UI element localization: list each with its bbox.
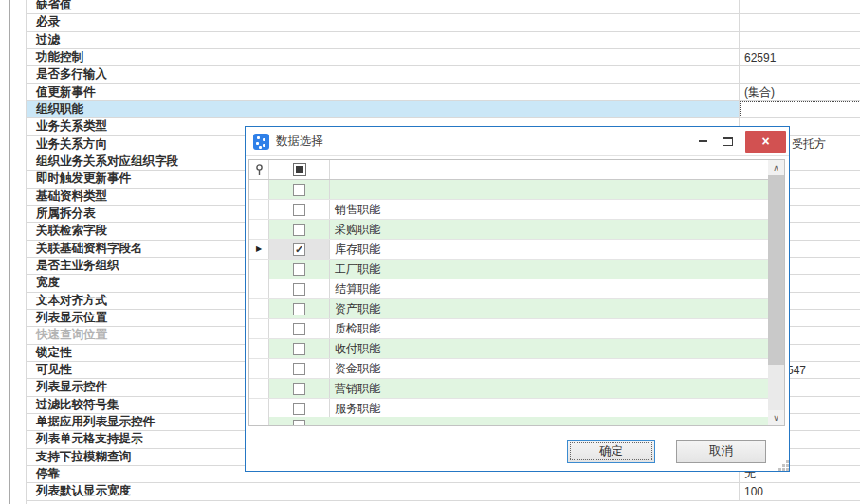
row-checkbox-cell[interactable] — [269, 319, 330, 338]
property-row[interactable]: 列表默认显示宽度 100 — [27, 483, 860, 500]
dialog-list-row[interactable]: 资产职能 — [249, 299, 768, 319]
row-indicator-cell — [249, 220, 269, 239]
row-indicator-cell — [249, 379, 269, 398]
row-checkbox-cell[interactable] — [269, 339, 330, 358]
row-checkbox[interactable] — [293, 403, 305, 415]
property-label: 功能控制 — [27, 49, 740, 65]
row-label: 营销职能 — [330, 379, 768, 398]
minimize-icon — [699, 140, 707, 142]
data-selection-dialog: 数据选择 × — [245, 126, 790, 472]
row-label: 服务职能 — [330, 399, 768, 418]
select-all-header-cell[interactable] — [269, 160, 330, 179]
property-row[interactable]: 过滤 — [27, 32, 860, 49]
property-value[interactable] — [740, 101, 860, 117]
row-checkbox-cell[interactable] — [269, 279, 330, 298]
dialog-title: 数据选择 — [276, 134, 323, 150]
row-indicator — [249, 417, 269, 425]
row-checkbox-cell[interactable] — [269, 379, 330, 398]
property-value[interactable]: 62591 — [740, 49, 860, 65]
close-button[interactable]: × — [745, 131, 786, 153]
dialog-list-row[interactable]: 质检职能 — [249, 319, 768, 339]
cancel-button[interactable]: 取消 — [676, 440, 766, 463]
dialog-list-row[interactable]: 服务职能 — [249, 399, 768, 419]
row-label: 结算职能 — [330, 279, 768, 298]
property-row[interactable]: 必录 — [27, 14, 860, 31]
row-indicator-cell: ▶ — [249, 240, 269, 259]
select-all-checkbox[interactable] — [293, 163, 306, 176]
dialog-titlebar[interactable]: 数据选择 × — [246, 127, 789, 156]
row-checkbox[interactable] — [293, 343, 305, 355]
row-checkbox-cell[interactable] — [269, 299, 330, 318]
row-checkbox-cell[interactable]: ✓ — [269, 240, 330, 259]
property-value[interactable] — [740, 32, 860, 48]
dialog-list-row[interactable] — [249, 180, 768, 200]
row-checkbox[interactable] — [293, 184, 305, 196]
row-checkbox[interactable] — [293, 363, 305, 375]
list-scrollbar[interactable]: ∧ ∨ — [768, 160, 784, 425]
property-value[interactable] — [740, 66, 860, 82]
property-label: 是否多行输入 — [27, 66, 740, 82]
window-controls: × — [690, 127, 789, 155]
row-indicator-cell — [249, 180, 269, 199]
row-checkbox[interactable] — [293, 383, 305, 395]
row-checkbox-cell[interactable] — [269, 200, 330, 219]
property-row[interactable]: 功能控制 62591 — [27, 49, 860, 66]
property-row[interactable]: 缺省值 — [27, 0, 860, 14]
dialog-list-row[interactable]: 结算职能 — [249, 279, 768, 299]
filter-header-cell[interactable] — [249, 160, 269, 179]
row-checkbox[interactable] — [293, 283, 305, 296]
row-checkbox-cell[interactable] — [269, 220, 330, 239]
property-row[interactable]: 值更新事件 (集合) — [27, 84, 860, 101]
dialog-list-row[interactable]: 销售职能 — [249, 200, 768, 220]
property-value[interactable]: 100 — [740, 483, 860, 499]
property-value-text: 100 — [744, 485, 763, 498]
row-checkbox[interactable] — [293, 263, 305, 276]
property-value-text: 受托方 — [792, 136, 826, 153]
row-checkbox[interactable] — [293, 303, 305, 315]
row-label: 销售职能 — [330, 200, 768, 219]
property-value[interactable] — [740, 0, 860, 13]
row-checkbox[interactable] — [293, 323, 305, 335]
property-label: 列表默认显示宽度 — [27, 483, 740, 499]
property-row[interactable]: 组织职能 — [27, 101, 860, 118]
row-checkbox[interactable] — [293, 204, 305, 216]
dialog-list-row[interactable]: ▶ ✓ 库存职能 — [249, 240, 768, 260]
dialog-app-icon — [253, 134, 269, 150]
property-value-text: 547 — [787, 364, 806, 377]
minimize-button[interactable] — [690, 127, 715, 155]
dialog-list-row[interactable]: 收付职能 — [249, 339, 768, 359]
row-checkbox[interactable] — [293, 224, 305, 236]
dialog-list-row[interactable]: 工厂职能 — [249, 260, 768, 279]
row-checkbox[interactable]: ✓ — [293, 243, 305, 256]
row-checkbox-cell[interactable] — [269, 399, 330, 418]
property-label: 组织职能 — [27, 101, 740, 117]
resize-grip-icon[interactable] — [782, 464, 785, 467]
selection-list: 销售职能 采购职能 ▶ ✓ 库存职能 工厂职能 结算职能 资产职能 质检职能 收… — [248, 159, 785, 426]
row-checkbox-cell[interactable] — [269, 260, 330, 279]
maximize-button[interactable] — [715, 127, 740, 155]
row-checkbox-cell[interactable] — [269, 359, 330, 378]
scroll-up-button[interactable]: ∧ — [768, 160, 784, 175]
row-label — [330, 180, 768, 199]
property-row[interactable]: 是否多行输入 — [27, 66, 860, 83]
property-value[interactable]: (集合) — [740, 84, 860, 100]
row-indicator-cell — [249, 260, 269, 279]
dialog-list-row[interactable]: 采购职能 — [249, 220, 768, 240]
scrollbar-thumb[interactable] — [768, 175, 784, 365]
row-checkbox-cell[interactable] — [269, 180, 330, 199]
row-label: 质检职能 — [330, 319, 768, 338]
dialog-list-row[interactable]: 资金职能 — [249, 359, 768, 379]
property-value[interactable] — [740, 14, 860, 30]
row-checkbox — [293, 420, 305, 425]
row-indicator-cell — [249, 359, 269, 378]
dialog-list-row[interactable]: 营销职能 — [249, 379, 768, 399]
list-rows: 销售职能 采购职能 ▶ ✓ 库存职能 工厂职能 结算职能 资产职能 质检职能 收… — [249, 180, 768, 425]
scroll-down-button[interactable]: ∨ — [768, 410, 784, 425]
row-label: 工厂职能 — [330, 260, 768, 279]
row-label: 收付职能 — [330, 339, 768, 358]
property-value-text: (集合) — [744, 84, 775, 100]
ok-button[interactable]: 确定 — [567, 440, 655, 463]
name-header-cell[interactable] — [330, 160, 768, 179]
row-indicator-cell — [249, 399, 269, 418]
row-indicator-cell — [249, 279, 269, 298]
